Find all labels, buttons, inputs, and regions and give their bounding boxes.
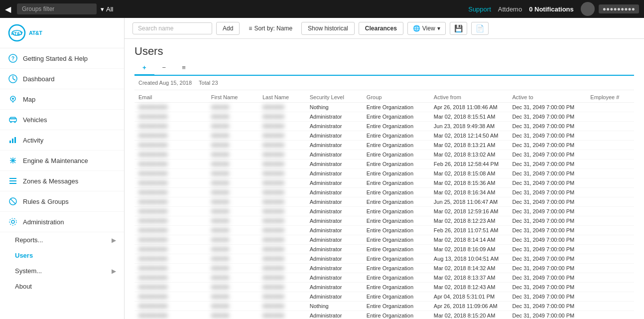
support-link[interactable]: Support [468, 5, 491, 13]
sidebar-sub-item-users[interactable]: Users [0, 248, 124, 263]
all-dropdown[interactable]: ▾ All [101, 5, 113, 13]
cell-activefrom: Feb 26, 2018 11:07:51 AM [430, 226, 509, 235]
sidebar-sub-item-about[interactable]: About [0, 279, 124, 294]
cell-activeto: Dec 31, 2049 7:00:00 PM [509, 197, 587, 207]
notifications-label[interactable]: 0 Notifications [529, 5, 574, 13]
sidebar-item-rules[interactable]: Rules & Groups [0, 191, 124, 212]
svg-rect-14 [14, 137, 16, 143]
cell-activeto: Dec 31, 2049 7:00:00 PM [509, 178, 587, 188]
table-row[interactable]: XXXXXXXX XXXXX XXXXXX Administrator Enti… [134, 160, 634, 169]
view-dropdown[interactable]: 🌐 View ▾ [407, 22, 446, 35]
sidebar-item-activity[interactable]: Activity [0, 130, 124, 151]
show-historical-button[interactable]: Show historical [301, 22, 355, 35]
cell-activefrom: Jun 23, 2018 9:49:38 AM [430, 122, 509, 131]
tab-remove[interactable]: − [154, 61, 174, 76]
sidebar-sub-item-reports[interactable]: Reports... ▶ [0, 232, 124, 248]
cell-firstname: XXXXX [207, 112, 258, 122]
cell-lastname: XXXXXX [258, 169, 306, 178]
table-row[interactable]: XXXXXXXX XXXXX XXXXXX Administrator Enti… [134, 216, 634, 226]
table-row[interactable]: XXXXXXXX XXXXX XXXXXX Administrator Enti… [134, 273, 634, 283]
sidebar-item-getting-started[interactable]: ? Getting Started & Help [0, 48, 124, 69]
save-button[interactable]: 💾 [450, 22, 467, 35]
cell-group: Entire Organization [363, 169, 430, 178]
table-row[interactable]: XXXXXXXX XXXXX XXXXXX Administrator Enti… [134, 197, 634, 207]
att-logo-icon: AT&T [8, 24, 26, 42]
table-row[interactable]: XXXXXXXX XXXXX XXXXXX Administrator Enti… [134, 245, 634, 254]
created-date: Aug 15, 2018 [159, 80, 192, 86]
clearances-button[interactable]: Clearances [359, 22, 403, 35]
sidebar-item-label: Dashboard [23, 75, 55, 83]
cell-security: Administrator [306, 188, 363, 197]
export-button[interactable]: 📄 [471, 22, 489, 35]
cell-email: XXXXXXXX [134, 131, 207, 141]
cell-empno [586, 292, 634, 302]
page-title: Users [134, 45, 634, 58]
sidebar-sub-item-system[interactable]: System... ▶ [0, 263, 124, 279]
table-row[interactable]: XXXXXXXX XXXXX XXXXXX Administrator Enti… [134, 188, 634, 197]
cell-group: Entire Organization [363, 216, 430, 226]
sidebar-logo: AT&T AT&T [0, 18, 124, 48]
cell-activeto: Dec 31, 2049 7:00:00 PM [509, 254, 587, 264]
cell-firstname: XXXXX [207, 311, 258, 319]
groups-filter-input[interactable] [17, 3, 97, 14]
username-display: ●●●●●●●●● [599, 4, 639, 13]
svg-rect-20 [9, 180, 16, 181]
sidebar-item-administration[interactable]: Administration [0, 212, 124, 232]
table-row[interactable]: XXXXXXXX XXXXX XXXXXX Administrator Enti… [134, 122, 634, 131]
cell-lastname: XXXXXX [258, 254, 306, 264]
table-row[interactable]: XXXXXXXX XXXXX XXXXXX Administrator Enti… [134, 169, 634, 178]
cell-firstname: XXXXX [207, 103, 258, 112]
table-row[interactable]: XXXXXXXX XXXXX XXXXXX Administrator Enti… [134, 254, 634, 264]
cell-empno [586, 178, 634, 188]
cell-activeto: Dec 31, 2049 7:00:00 PM [509, 188, 587, 197]
cell-security: Administrator [306, 292, 363, 302]
sort-button[interactable]: ≡ Sort by: Name [244, 22, 297, 34]
cell-lastname: XXXXXX [258, 264, 306, 273]
svg-rect-21 [9, 183, 16, 184]
cell-group: Entire Organization [363, 273, 430, 283]
avatar[interactable] [581, 2, 595, 16]
table-row[interactable]: XXXXXXXX XXXXX XXXXXX Administrator Enti… [134, 283, 634, 292]
cell-security: Administrator [306, 283, 363, 292]
sidebar-item-vehicles[interactable]: Vehicles [0, 110, 124, 130]
cell-activefrom: Mar 02, 2018 8:12:23 AM [430, 216, 509, 226]
table-header-row: Email First Name Last Name Security Leve… [134, 92, 634, 103]
sidebar-item-dashboard[interactable]: Dashboard [0, 69, 124, 89]
cell-firstname: XXXXX [207, 207, 258, 216]
sidebar-sub-label: Users [15, 252, 33, 259]
cell-group: Entire Organization [363, 302, 430, 311]
cell-group: Entire Organization [363, 283, 430, 292]
chevron-down-icon: ▾ [437, 25, 440, 32]
table-row[interactable]: XXXXXXXX XXXXX XXXXXX Administrator Enti… [134, 292, 634, 302]
cell-group: Entire Organization [363, 254, 430, 264]
search-input[interactable] [132, 22, 212, 34]
sidebar-item-zones[interactable]: Zones & Messages [0, 171, 124, 191]
cell-security: Administrator [306, 122, 363, 131]
total-label: Total [199, 80, 210, 86]
cell-empno [586, 235, 634, 245]
table-row[interactable]: XXXXXXXX XXXXX XXXXXX Administrator Enti… [134, 226, 634, 235]
table-row[interactable]: XXXXXXXX XXXXX XXXXXX Nothing Entire Org… [134, 302, 634, 311]
table-row[interactable]: XXXXXXXX XXXXX XXXXXX Administrator Enti… [134, 150, 634, 160]
cell-empno [586, 216, 634, 226]
back-button[interactable]: ◀ [5, 4, 11, 14]
cell-firstname: XXXXX [207, 150, 258, 160]
cell-group: Entire Organization [363, 207, 430, 216]
sidebar-item-map[interactable]: Map [0, 89, 124, 110]
table-row[interactable]: XXXXXXXX XXXXX XXXXXX Administrator Enti… [134, 112, 634, 122]
tab-add[interactable]: + [134, 61, 154, 76]
table-row[interactable]: XXXXXXXX XXXXX XXXXXX Nothing Entire Org… [134, 103, 634, 112]
tab-columns[interactable]: ≡ [174, 61, 194, 76]
cell-activefrom: Mar 02, 2018 12:59:16 AM [430, 207, 509, 216]
table-row[interactable]: XXXXXXXX XXXXX XXXXXX Administrator Enti… [134, 235, 634, 245]
table-row[interactable]: XXXXXXXX XXXXX XXXXXX Administrator Enti… [134, 131, 634, 141]
cell-lastname: XXXXXX [258, 122, 306, 131]
table-row[interactable]: XXXXXXXX XXXXX XXXXXX Administrator Enti… [134, 207, 634, 216]
sidebar-item-engine[interactable]: Engine & Maintenance [0, 151, 124, 171]
add-button[interactable]: Add [216, 22, 240, 35]
table-row[interactable]: XXXXXXXX XXXXX XXXXXX Administrator Enti… [134, 264, 634, 273]
cell-empno [586, 283, 634, 292]
table-row[interactable]: XXXXXXXX XXXXX XXXXXX Administrator Enti… [134, 141, 634, 150]
table-row[interactable]: XXXXXXXX XXXXX XXXXXX Administrator Enti… [134, 311, 634, 319]
table-row[interactable]: XXXXXXXX XXXXX XXXXXX Administrator Enti… [134, 178, 634, 188]
